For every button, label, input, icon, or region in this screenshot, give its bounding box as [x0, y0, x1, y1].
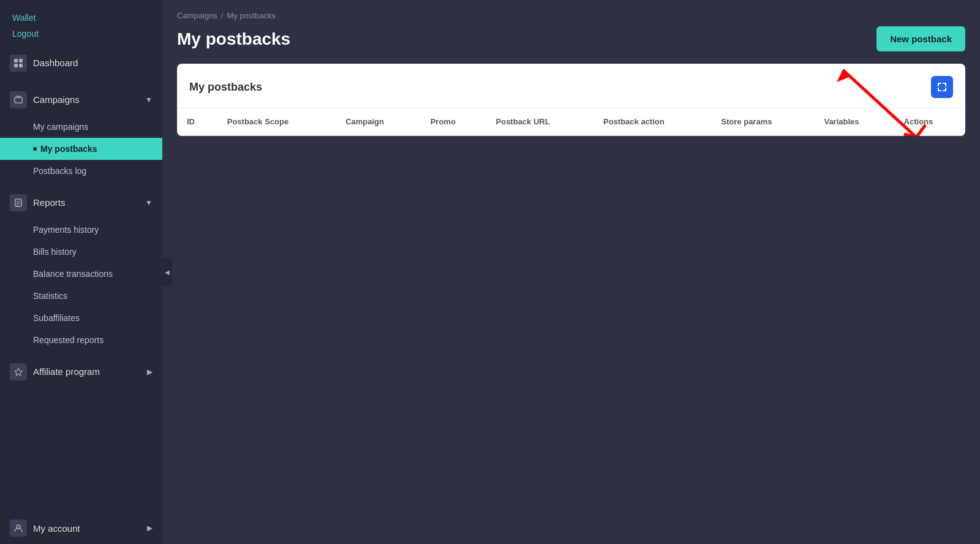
- table-head: ID Postback Scope Campaign Promo Postbac…: [177, 108, 965, 135]
- sidebar-item-payments-history[interactable]: Payments history: [0, 219, 162, 241]
- svg-rect-1: [19, 59, 23, 62]
- col-postback-scope: Postback Scope: [217, 108, 336, 135]
- campaigns-subitems: My campaigns My postbacks Postbacks log: [0, 116, 162, 182]
- affiliate-chevron: ▶: [147, 368, 153, 376]
- affiliate-icon: [10, 363, 27, 380]
- reports-chevron: ▼: [145, 198, 153, 207]
- sidebar-item-bills-history[interactable]: Bills history: [0, 241, 162, 263]
- sidebar: Wallet Logout Dashboard Campaigns ▼: [0, 0, 162, 544]
- main-content: Campaigns / My postbacks My postbacks Ne…: [162, 0, 980, 544]
- col-campaign: Campaign: [336, 108, 421, 135]
- sidebar-top-links: Wallet Logout: [0, 0, 162, 47]
- svg-rect-2: [14, 64, 18, 67]
- affiliate-program-section: Affiliate program ▶: [0, 356, 162, 388]
- my-account-section: My account ▶: [0, 512, 162, 544]
- dashboard-icon: [10, 55, 27, 72]
- dashboard-label: Dashboard: [33, 58, 78, 68]
- balance-transactions-label: Balance transactions: [33, 269, 113, 279]
- campaigns-header[interactable]: Campaigns ▼: [0, 84, 162, 116]
- col-store-params: Store params: [711, 108, 814, 135]
- requested-reports-label: Requested reports: [33, 335, 104, 345]
- active-dot: [33, 147, 37, 151]
- page-header: My postbacks New postback: [162, 20, 980, 64]
- postbacks-log-label: Postbacks log: [33, 166, 86, 176]
- sidebar-item-dashboard[interactable]: Dashboard: [0, 47, 162, 79]
- svg-rect-3: [19, 64, 23, 67]
- account-chevron: ▶: [147, 524, 153, 532]
- bills-history-label: Bills history: [33, 247, 77, 257]
- svg-rect-4: [15, 97, 22, 103]
- svg-marker-9: [15, 368, 22, 376]
- statistics-label: Statistics: [33, 291, 67, 301]
- postbacks-table: ID Postback Scope Campaign Promo Postbac…: [177, 108, 965, 136]
- col-promo: Promo: [421, 108, 486, 135]
- reports-label: Reports: [33, 197, 66, 208]
- postbacks-card: My postbacks ID Postback Scope Campaign …: [177, 64, 965, 136]
- my-campaigns-label: My campaigns: [33, 122, 88, 132]
- reports-header[interactable]: Reports ▼: [0, 187, 162, 219]
- subaffiliates-label: Subaffiliates: [33, 313, 80, 323]
- new-postback-button[interactable]: New postback: [876, 26, 965, 51]
- col-actions: Actions: [894, 108, 965, 135]
- expand-button[interactable]: [931, 76, 953, 98]
- my-postbacks-label: My postbacks: [40, 144, 97, 154]
- sidebar-item-my-campaigns[interactable]: My campaigns: [0, 116, 162, 138]
- sidebar-item-my-postbacks[interactable]: My postbacks: [0, 138, 162, 160]
- breadcrumb-parent[interactable]: Campaigns: [177, 11, 217, 20]
- affiliate-program-header[interactable]: Affiliate program ▶: [0, 356, 162, 388]
- svg-rect-0: [14, 59, 18, 62]
- breadcrumb: Campaigns / My postbacks: [162, 0, 980, 20]
- reports-section: Reports ▼ Payments history Bills history…: [0, 187, 162, 351]
- payments-history-label: Payments history: [33, 225, 99, 235]
- page-title: My postbacks: [177, 29, 290, 49]
- card-title: My postbacks: [189, 81, 262, 94]
- affiliate-program-label: Affiliate program: [33, 366, 100, 377]
- col-postback-url: Postback URL: [486, 108, 594, 135]
- sidebar-item-statistics[interactable]: Statistics: [0, 285, 162, 307]
- table-header-row: ID Postback Scope Campaign Promo Postbac…: [177, 108, 965, 135]
- table-wrap: ID Postback Scope Campaign Promo Postbac…: [177, 108, 965, 136]
- campaigns-label: Campaigns: [33, 94, 80, 105]
- sidebar-collapse-tab[interactable]: ◀: [162, 257, 172, 287]
- wallet-link[interactable]: Wallet: [12, 11, 150, 25]
- campaigns-chevron: ▼: [145, 96, 153, 104]
- sidebar-item-requested-reports[interactable]: Requested reports: [0, 329, 162, 351]
- reports-icon: [10, 194, 27, 211]
- my-account-label: My account: [33, 523, 80, 534]
- col-variables: Variables: [814, 108, 894, 135]
- account-icon: [10, 519, 27, 537]
- sidebar-item-balance-transactions[interactable]: Balance transactions: [0, 263, 162, 285]
- campaigns-section: Campaigns ▼ My campaigns My postbacks Po…: [0, 84, 162, 182]
- logout-link[interactable]: Logout: [12, 27, 150, 40]
- sidebar-item-subaffiliates[interactable]: Subaffiliates: [0, 307, 162, 329]
- breadcrumb-separator: /: [221, 11, 224, 20]
- reports-subitems: Payments history Bills history Balance t…: [0, 219, 162, 351]
- my-account-header[interactable]: My account ▶: [0, 512, 162, 544]
- sidebar-item-postbacks-log[interactable]: Postbacks log: [0, 160, 162, 182]
- campaigns-icon: [10, 91, 27, 108]
- breadcrumb-current: My postbacks: [227, 11, 275, 20]
- col-postback-action: Postback action: [594, 108, 711, 135]
- col-id: ID: [177, 108, 217, 135]
- card-header: My postbacks: [177, 64, 965, 108]
